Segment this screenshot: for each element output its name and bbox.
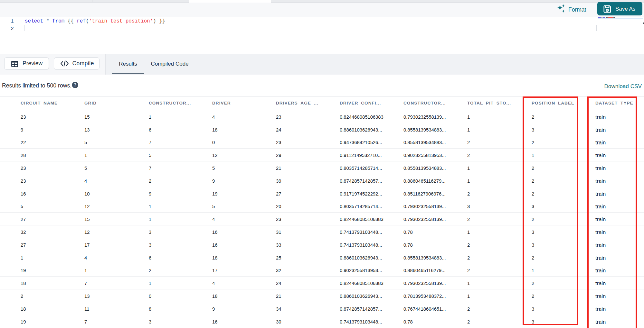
svg-text:?: ? bbox=[73, 82, 76, 87]
